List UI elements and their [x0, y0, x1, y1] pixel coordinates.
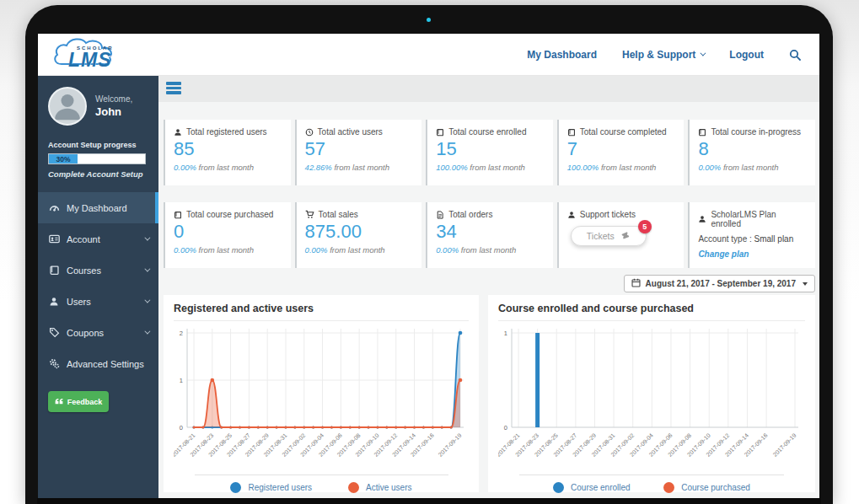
app-screen: SCHOLAR LMS My Dashboard Help & Support …	[38, 34, 819, 500]
toolbar-strip	[158, 76, 819, 102]
stat-title: Total course purchased	[186, 210, 273, 219]
stat-value: 15	[436, 139, 545, 159]
date-range-picker[interactable]: August 21, 2017 - September 19, 2017	[624, 275, 815, 292]
chart-title: Course enrolled and course purchased	[498, 303, 805, 321]
stats-row-2: Total course purchased 0 0.00% from last…	[164, 202, 815, 268]
top-navigation: My Dashboard Help & Support Logout	[527, 49, 819, 61]
user-icon	[174, 128, 182, 137]
legend-registered-users[interactable]: Registered users	[230, 482, 312, 493]
stat-suffix: from last month	[199, 163, 254, 172]
stat-card-course-in-progress: Total course in-progress 8 0.00% from la…	[688, 120, 815, 185]
welcome-text: Welcome,	[95, 94, 132, 104]
stat-card-course-purchased: Total course purchased 0 0.00% from last…	[164, 202, 291, 268]
chart-legend: Course enrolled Course purchased	[519, 475, 783, 493]
stat-value: 34	[436, 222, 545, 242]
legend-dot-orange	[348, 482, 359, 493]
tag-icon	[48, 327, 60, 338]
stat-percent: 0.00%	[174, 163, 196, 172]
tickets-label: Tickets	[587, 231, 615, 241]
stat-percent: 100.00%	[436, 163, 468, 172]
chart-title: Registered and active users	[174, 303, 469, 321]
account-type-label: Account type :	[698, 234, 751, 244]
progress-fill: 30%	[49, 154, 78, 164]
stat-value: 57	[305, 139, 414, 159]
stat-card-course-enrolled: Total course enrolled 15 100.00% from la…	[426, 120, 553, 185]
tablet-frame: SCHOLAR LMS My Dashboard Help & Support …	[25, 5, 833, 504]
stat-card-course-completed: Total course completed 7 100.00% from la…	[557, 120, 685, 185]
legend-active-users[interactable]: Active users	[348, 482, 411, 493]
book-icon	[698, 128, 706, 137]
stat-title: Total course in-progress	[711, 127, 801, 137]
sidebar-item-label: Courses	[67, 265, 101, 276]
chart-panel-course-enrolled-purchased: Course enrolled and course purchased 201…	[488, 295, 815, 492]
sidebar-item-courses[interactable]: Courses	[38, 255, 158, 286]
stat-card-registered-users: Total registered users 85 0.00% from las…	[164, 120, 291, 185]
sidebar-item-coupons[interactable]: Coupons	[38, 317, 158, 348]
sidebar-item-advanced-settings[interactable]: Advanced Settings	[38, 348, 158, 379]
app-header: SCHOLAR LMS My Dashboard Help & Support …	[38, 34, 819, 76]
sidebar-item-account[interactable]: Account	[38, 223, 158, 255]
quote-icon	[55, 398, 63, 406]
progress-bar: 30%	[48, 153, 146, 164]
support-tickets-card: Support tickets Tickets 5	[557, 202, 685, 268]
user-icon	[567, 211, 576, 219]
course-enrolled-purchased-chart: 2017-08-212017-08-232017-08-252017-08-27…	[498, 324, 803, 475]
scholar-lms-logo[interactable]: SCHOLAR LMS	[50, 35, 151, 75]
change-plan-link[interactable]: Change plan	[698, 249, 749, 259]
legend-dot-blue	[230, 482, 241, 493]
progress-label: Account Setup progress	[48, 141, 148, 149]
chevron-down-icon	[144, 266, 150, 272]
page: SCHOLAR LMS My Dashboard Help & Support …	[0, 0, 859, 504]
legend-course-enrolled[interactable]: Course enrolled	[553, 482, 631, 493]
tickets-button[interactable]: Tickets	[571, 226, 647, 246]
svg-text:1: 1	[504, 330, 507, 337]
legend-dot-blue	[553, 482, 564, 493]
complete-account-setup-link[interactable]: Complete Account Setup	[48, 169, 148, 179]
date-range-row: August 21, 2017 - September 19, 2017	[624, 275, 815, 292]
hamburger-menu-icon[interactable]	[166, 82, 181, 96]
stat-suffix: from last month	[199, 245, 254, 255]
svg-text:0: 0	[504, 424, 507, 432]
stat-card-total-orders: Total orders 34 0.00% from last month	[426, 202, 553, 268]
user-icon	[698, 215, 706, 223]
gears-icon	[48, 358, 60, 369]
sidebar-item-my-dashboard[interactable]: My Dashboard	[38, 192, 158, 223]
search-icon[interactable]	[789, 49, 801, 61]
stat-value: 7	[567, 139, 676, 159]
svg-text:1: 1	[180, 377, 183, 384]
chart-legend: Registered users Active users	[195, 475, 448, 493]
stat-value: 0	[174, 222, 282, 242]
feedback-label: Feedback	[67, 398, 103, 406]
nav-logout[interactable]: Logout	[729, 49, 764, 61]
chevron-down-icon	[144, 298, 150, 303]
stat-suffix: from last month	[723, 163, 778, 172]
camera-dot	[427, 18, 431, 22]
id-card-icon	[48, 233, 60, 244]
stat-title: Total registered users	[186, 127, 267, 137]
device-base	[37, 498, 821, 504]
chevron-down-icon	[144, 235, 150, 241]
profile-block: Welcome, John	[38, 76, 158, 134]
stat-suffix: from last month	[470, 163, 524, 172]
calendar-icon	[631, 278, 641, 289]
svg-text:2017-09-19: 2017-09-19	[437, 432, 462, 458]
account-type-value: Small plan	[754, 234, 794, 244]
stat-title: Support tickets	[580, 210, 636, 219]
sidebar-item-users[interactable]: Users	[38, 286, 158, 317]
legend-course-purchased[interactable]: Course purchased	[663, 482, 750, 493]
nav-my-dashboard[interactable]: My Dashboard	[527, 49, 597, 61]
plan-enrolled-card: ScholarLMS Plan enrolled Account type : …	[688, 202, 815, 268]
sidebar-menu: My Dashboard Account Courses	[38, 192, 158, 379]
feedback-button[interactable]: Feedback	[48, 391, 109, 412]
stat-suffix: from last month	[601, 163, 656, 172]
stat-title: Total orders	[448, 210, 492, 219]
stat-percent: 100.00%	[567, 163, 599, 172]
stat-title: Total sales	[319, 210, 358, 219]
nav-help-support[interactable]: Help & Support	[622, 49, 704, 61]
user-icon	[48, 297, 60, 307]
stat-value: 875.00	[305, 222, 414, 242]
sidebar-item-label: Users	[67, 297, 91, 307]
svg-text:2017-09-19: 2017-09-19	[771, 432, 797, 458]
stat-title: ScholarLMS Plan enrolled	[711, 210, 807, 228]
logo-lms-text: LMS	[68, 49, 112, 72]
